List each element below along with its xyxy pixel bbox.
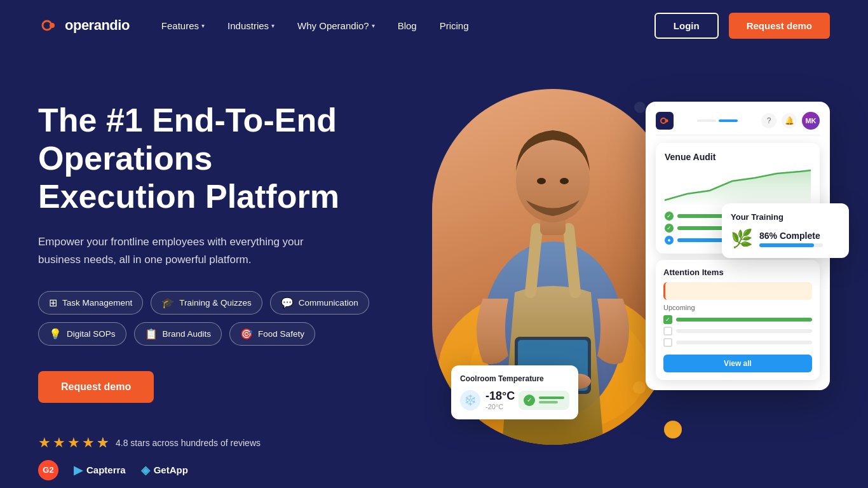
communication-icon: 💬 xyxy=(281,297,294,309)
ui-header: ? 🔔 MK xyxy=(656,112,820,135)
training-content: 🌿 86% Complete xyxy=(731,228,840,249)
attention-item-1 xyxy=(663,282,812,300)
temp-check-icon: ✓ xyxy=(524,395,535,406)
nav-why[interactable]: Why Operandio? ▾ xyxy=(297,20,375,31)
star-half: ★ ★ xyxy=(97,435,109,451)
capterra-icon: ▶ xyxy=(74,463,83,477)
hero-left: The #1 End-To-End Operations Execution P… xyxy=(38,89,407,480)
temp-right: ✓ xyxy=(519,391,569,410)
upcoming-bar-1 xyxy=(676,318,812,322)
training-card: Your Training 🌿 86% Complete xyxy=(722,203,849,258)
feature-pills: ⊞ Task Management 🎓 Training & Quizzes 💬… xyxy=(38,291,407,346)
upcoming-item-1: ✓ xyxy=(663,315,812,324)
upcoming-item-2 xyxy=(663,327,812,336)
star-rating: ★ ★ ★ ★ ★ ★ xyxy=(38,435,109,451)
svg-point-14 xyxy=(665,119,668,123)
upcoming-label: Upcoming xyxy=(663,304,812,311)
help-icon: ? xyxy=(761,113,776,128)
check-icon-2: ✓ xyxy=(665,224,674,233)
svg-point-8 xyxy=(560,178,569,184)
star-1: ★ xyxy=(38,435,51,451)
review-logos-row: G2 ▶ Capterra ◈ GetApp xyxy=(38,460,407,480)
star-4: ★ xyxy=(82,435,95,451)
task-icon: ⊞ xyxy=(49,297,57,309)
chevron-down-icon: ▾ xyxy=(271,22,275,29)
venue-audit-title: Venue Audit xyxy=(665,152,811,162)
view-all-button[interactable]: View all xyxy=(663,355,812,372)
chevron-down-icon: ▾ xyxy=(372,22,375,29)
temp-bars xyxy=(539,396,564,403)
pill-food-safety[interactable]: 🎯 Food Safety xyxy=(229,322,315,346)
orange-dot-2 xyxy=(664,421,682,438)
nav-industries[interactable]: Industries ▾ xyxy=(227,20,275,31)
training-trophy-icon: 🌿 xyxy=(731,228,753,249)
nav-blog[interactable]: Blog xyxy=(398,20,417,31)
logo-text: operandio xyxy=(65,17,130,34)
user-avatar: MK xyxy=(802,112,820,130)
logo[interactable]: operandio xyxy=(38,14,130,37)
training-percent: 86% Complete xyxy=(759,231,823,241)
training-bar-fill xyxy=(759,243,814,247)
pill-communication[interactable]: 💬 Communication xyxy=(270,291,369,315)
star-3: ★ xyxy=(67,435,80,451)
pill-task-management[interactable]: ⊞ Task Management xyxy=(38,291,143,315)
attention-panel: Attention Items Upcoming ✓ View all xyxy=(656,260,820,380)
star-2: ★ xyxy=(53,435,65,451)
g2-badge: G2 xyxy=(38,460,58,480)
training-progress: 86% Complete xyxy=(759,231,823,247)
temp-left: ❄️ -18°C -20°C xyxy=(460,390,515,410)
audits-icon: 📋 xyxy=(145,328,158,340)
upcoming-check-2 xyxy=(663,327,672,336)
temp-bar-1 xyxy=(539,396,564,399)
sops-icon: 💡 xyxy=(49,328,62,340)
pill-training-quizzes[interactable]: 🎓 Training & Quizzes xyxy=(151,291,262,315)
check-icon-3: ● xyxy=(665,236,674,245)
capterra-logo: ▶ Capterra xyxy=(74,463,126,477)
temp-main: -18°C xyxy=(485,390,515,403)
request-demo-button[interactable]: Request demo xyxy=(38,371,154,403)
reviews-section: ★ ★ ★ ★ ★ ★ 4.8 stars across hundreds of… xyxy=(38,435,407,480)
svg-point-2 xyxy=(50,23,55,28)
temp-bar-2 xyxy=(539,401,558,403)
svg-point-7 xyxy=(537,178,546,184)
navigation: operandio Features ▾ Industries ▾ Why Op… xyxy=(0,0,868,51)
nav-links: Features ▾ Industries ▾ Why Operandio? ▾… xyxy=(161,20,654,31)
svg-marker-15 xyxy=(665,170,811,207)
coolroom-title: Coolroom Temperature xyxy=(460,374,569,383)
app-logo xyxy=(656,112,674,130)
upcoming-bar-3 xyxy=(676,341,812,344)
temp-values: -18°C -20°C xyxy=(485,390,515,410)
nav-actions: Login Request demo xyxy=(654,13,830,39)
venue-chart xyxy=(665,168,811,207)
training-bar-bg xyxy=(759,243,823,247)
reviews-text: 4.8 stars across hundreds of reviews xyxy=(116,438,261,448)
hero-subtitle: Empower your frontline employees with ev… xyxy=(38,233,343,268)
nav-features[interactable]: Features ▾ xyxy=(161,20,205,31)
nav-pricing[interactable]: Pricing xyxy=(440,20,469,31)
chevron-down-icon: ▾ xyxy=(201,22,205,29)
request-demo-nav-button[interactable]: Request demo xyxy=(729,13,830,39)
temp-sub: -20°C xyxy=(485,403,515,410)
upcoming-bar-2 xyxy=(676,329,812,333)
training-title: Your Training xyxy=(731,212,840,222)
upcoming-check-3 xyxy=(663,338,672,347)
attention-title: Attention Items xyxy=(663,268,812,277)
hero-title: The #1 End-To-End Operations Execution P… xyxy=(38,102,407,215)
stars-row: ★ ★ ★ ★ ★ ★ 4.8 stars across hundreds of… xyxy=(38,435,407,451)
hero-right: ? 🔔 MK Venue Audit xyxy=(419,89,830,458)
header-icons: ? 🔔 MK xyxy=(761,112,820,130)
upcoming-check-1: ✓ xyxy=(663,315,672,324)
login-button[interactable]: Login xyxy=(654,13,719,39)
coolroom-content: ❄️ -18°C -20°C ✓ xyxy=(460,390,569,410)
getapp-icon: ◈ xyxy=(141,463,150,477)
pill-digital-sops[interactable]: 💡 Digital SOPs xyxy=(38,322,126,346)
pill-brand-audits[interactable]: 📋 Brand Audits xyxy=(134,322,222,346)
nav-dots xyxy=(697,119,738,122)
getapp-logo: ◈ GetApp xyxy=(141,463,188,477)
upcoming-item-3 xyxy=(663,338,812,347)
orange-dot-1 xyxy=(633,381,646,394)
food-safety-icon: 🎯 xyxy=(240,328,253,340)
g2-logo: G2 xyxy=(38,460,58,480)
check-icon-1: ✓ xyxy=(665,212,674,220)
coolroom-card: Coolroom Temperature ❄️ -18°C -20°C ✓ xyxy=(451,365,578,419)
